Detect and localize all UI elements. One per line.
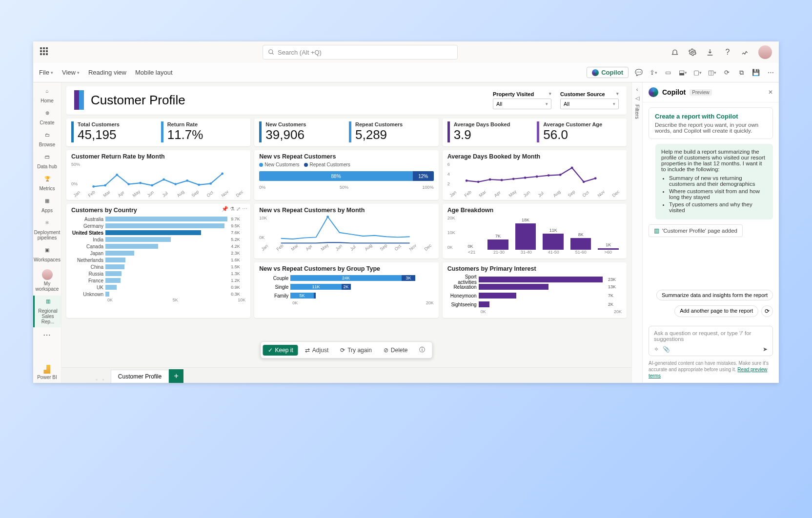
slicer-property-dropdown[interactable]: All▾ <box>493 99 551 109</box>
attach-icon[interactable]: 📎 <box>663 346 670 353</box>
copilot-pane: Copilot Preview ✕ Create a report with C… <box>642 82 779 383</box>
nav-apps[interactable]: ▦Apps <box>33 195 61 216</box>
delete-button[interactable]: ⊘ Delete <box>379 345 413 356</box>
tab-nav-prev[interactable]: ◦ ◦ <box>96 376 106 383</box>
nav-create[interactable]: ⊕Create <box>33 107 61 128</box>
chat-icon[interactable]: 💬 <box>634 68 643 77</box>
reading-icon[interactable]: ▭ <box>664 68 672 77</box>
notifications-icon[interactable] <box>670 48 679 57</box>
search-input[interactable]: Search (Alt +Q) <box>263 45 458 60</box>
page-tabs: ◦ ◦ Customer Profile + <box>61 367 631 383</box>
refresh-suggestions-icon[interactable]: ⟳ <box>761 305 773 317</box>
chart-new-vs-repeat-pct[interactable]: New vs Repeat Customers New Customers Re… <box>254 150 438 200</box>
nav-my-workspace[interactable]: My workspace <box>33 266 61 295</box>
chart-avg-days-month[interactable]: Average Days Booked by Month 642 JanFebM… <box>443 150 627 200</box>
svg-point-21 <box>535 176 538 178</box>
app-launcher-icon[interactable] <box>40 47 50 57</box>
copilot-title: Copilot <box>662 88 686 96</box>
kpi-card-3: Average Days Booked3.9 Average Customer … <box>443 119 627 146</box>
filters-pane-collapsed[interactable]: ‹ ◁ Filters <box>631 82 642 383</box>
country-row[interactable]: Germany9.5K <box>71 222 245 229</box>
nav-regional-sales[interactable]: ▥Regional Sales Rep... <box>33 296 61 327</box>
bookmark-icon[interactable]: ◫▾ <box>708 68 716 77</box>
nav-more[interactable]: ⋯ <box>43 330 52 339</box>
copilot-button[interactable]: Copilot <box>587 67 629 78</box>
visual-options[interactable]: 📌 ⚗ ⤢ ⋯ <box>222 206 247 212</box>
chart-nvr-month[interactable]: New vs Repeat Customers by Month 10K0K J… <box>254 204 438 259</box>
adjust-button[interactable]: ⇄ Adjust <box>300 345 333 356</box>
country-row[interactable]: France1.2K <box>71 277 245 284</box>
chart-by-country[interactable]: Customers by Country 📌 ⚗ ⤢ ⋯ Australia9.… <box>66 204 250 318</box>
try-again-button[interactable]: ⟳ Try again <box>335 345 377 356</box>
interest-row[interactable]: Sport activities23K <box>447 274 622 282</box>
country-row[interactable]: UK0.9K <box>71 284 245 291</box>
left-nav: ⌂Home ⊕Create 🗀Browse 🗃Data hub 🏆Metrics… <box>33 82 61 383</box>
interest-row[interactable]: Sightseeing2K <box>447 300 622 308</box>
add-page-button[interactable]: + <box>169 369 183 383</box>
chart-return-rate[interactable]: Customer Return Rate by Month 50%0% JanF… <box>66 150 250 200</box>
feedback-icon[interactable] <box>741 48 750 57</box>
menu-view[interactable]: View▾ <box>62 69 80 76</box>
country-row[interactable]: Russia1.3K <box>71 270 245 277</box>
svg-point-26 <box>594 177 596 179</box>
nav-metrics[interactable]: 🏆Metrics <box>33 173 61 194</box>
refresh-icon[interactable]: ⟳ <box>722 68 731 77</box>
country-row[interactable]: United States7.6K <box>71 229 245 236</box>
country-row[interactable]: Unknown0.3K <box>71 291 245 298</box>
country-row[interactable]: China1.5K <box>71 263 245 270</box>
download-icon[interactable] <box>706 48 714 57</box>
svg-point-19 <box>512 178 514 180</box>
info-button[interactable]: ⓘ <box>414 344 430 356</box>
nav-browse[interactable]: 🗀Browse <box>33 129 61 150</box>
nav-deployment[interactable]: ⚛Deployment pipelines <box>33 217 61 243</box>
suggestion-add-page[interactable]: Add another page to the report <box>674 305 758 317</box>
sparkle-icon[interactable]: ✧ <box>654 346 659 353</box>
svg-point-24 <box>570 167 573 169</box>
nav-home[interactable]: ⌂Home <box>33 85 61 106</box>
menu-file[interactable]: File▾ <box>39 69 53 76</box>
group-type-row[interactable]: Couple24K3K <box>259 274 433 282</box>
group-type-row[interactable]: Family5K <box>259 292 433 299</box>
svg-point-3 <box>92 185 95 188</box>
nav-data-hub[interactable]: 🗃Data hub <box>33 151 61 172</box>
country-row[interactable]: Canada4.2K <box>71 243 245 250</box>
settings-icon[interactable] <box>688 48 697 57</box>
tab-customer-profile[interactable]: Customer Profile <box>111 370 169 383</box>
country-row[interactable]: Netherlands1.6K <box>71 257 245 263</box>
chart-primary-interest[interactable]: Customers by Primary Interest Sport acti… <box>443 262 627 318</box>
present-icon[interactable]: ▢▾ <box>693 68 702 77</box>
slicer-source-dropdown[interactable]: All▾ <box>560 99 619 109</box>
help-icon[interactable]: ? <box>723 48 732 57</box>
app-window: Search (Alt +Q) ? File▾ View▾ Reading vi… <box>33 41 779 383</box>
group-type-row[interactable]: Single11K2K <box>259 283 433 291</box>
country-row[interactable]: Australia9.7K <box>71 216 245 222</box>
share-icon[interactable]: ⇪▾ <box>649 68 658 77</box>
ribbon: File▾ View▾ Reading view Mobile layout C… <box>33 63 779 82</box>
chart-group-type[interactable]: New vs Repeat Customers by Group Type Co… <box>254 262 438 318</box>
close-icon[interactable]: ✕ <box>768 89 773 96</box>
svg-point-13 <box>209 182 212 185</box>
copy-icon[interactable]: ⧉ <box>737 68 746 77</box>
interest-row[interactable]: Relaxation13K <box>447 283 622 291</box>
country-row[interactable]: Japan2.3K <box>71 250 245 257</box>
copilot-card-body: Describe the report you want, in your ow… <box>655 122 767 134</box>
chart-age[interactable]: Age Breakdown 20K10K0K 0K7K18K11K8K1K <2… <box>443 204 627 259</box>
menu-reading-view[interactable]: Reading view <box>88 69 126 76</box>
copilot-input[interactable]: Ask a question or request, or type '/' f… <box>649 326 773 356</box>
keep-it-button[interactable]: ✓ Keep it <box>263 345 298 356</box>
suggestion-summarize[interactable]: Summarize data and insights form the rep… <box>656 290 773 300</box>
country-row[interactable]: India5.2K <box>71 236 245 243</box>
export-icon[interactable]: ⬓▾ <box>678 68 687 77</box>
nav-powerbi[interactable]: Power BI <box>37 365 57 380</box>
more-icon[interactable]: ⋯ <box>766 68 775 77</box>
send-icon[interactable]: ➤ <box>763 346 768 353</box>
svg-point-17 <box>488 179 491 181</box>
svg-point-14 <box>221 173 223 175</box>
save-icon[interactable]: 💾 <box>751 68 760 77</box>
interest-row[interactable]: Honeymoon7K <box>447 292 622 299</box>
kpi-return-rate-label: Return Rate <box>167 121 246 127</box>
search-icon <box>268 49 275 56</box>
user-avatar[interactable] <box>758 45 772 59</box>
nav-workspaces[interactable]: ▣Workspaces <box>33 244 61 265</box>
menu-mobile-layout[interactable]: Mobile layout <box>135 69 173 76</box>
